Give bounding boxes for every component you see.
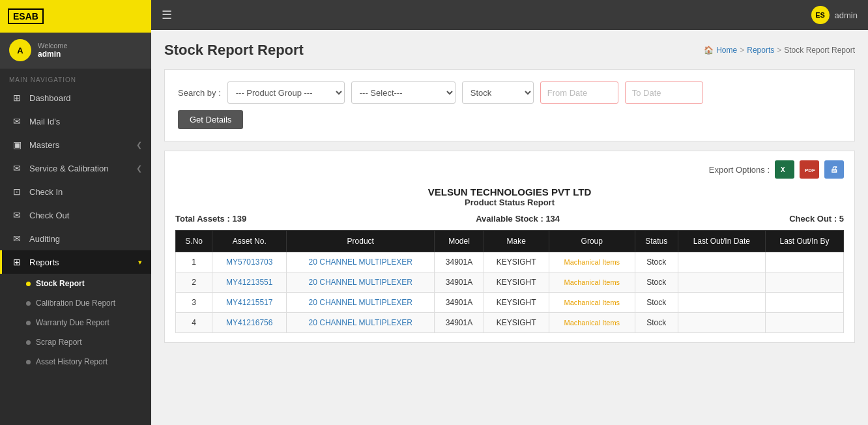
col-group: Group bbox=[549, 231, 635, 252]
sidebar-item-mailids[interactable]: ✉ Mail Id's bbox=[0, 110, 151, 133]
sidebar-item-masters[interactable]: ▣ Masters ❮ bbox=[0, 133, 151, 156]
table-row: 3 MY41215517 20 CHANNEL MULTIPLEXER 3490… bbox=[176, 293, 844, 313]
search-panel: Search by : --- Product Group --- --- Se… bbox=[164, 69, 855, 141]
sub-item-warranty-due[interactable]: Warranty Due Report bbox=[0, 313, 151, 332]
masters-icon: ▣ bbox=[11, 139, 23, 150]
sub-item-scrap-report[interactable]: Scrap Report bbox=[0, 332, 151, 352]
cell-last-by bbox=[766, 293, 844, 313]
sidebar-item-dashboard[interactable]: ⊞ Dashboard bbox=[0, 86, 151, 110]
checkout-label: Check Out : bbox=[789, 214, 839, 224]
breadcrumb-home[interactable]: Home bbox=[716, 46, 737, 55]
sidebar-item-label: Check Out bbox=[29, 211, 69, 220]
cell-asset-no[interactable]: MY41213551 bbox=[212, 272, 287, 293]
chevron-down-icon: ▾ bbox=[138, 258, 142, 267]
checkout-summary: Check Out : 5 bbox=[789, 214, 844, 224]
total-assets-label: Total Assets : bbox=[175, 214, 232, 224]
total-assets-summary: Total Assets : 139 bbox=[175, 214, 246, 224]
cell-last-date bbox=[678, 272, 765, 293]
svg-text:PDF: PDF bbox=[805, 168, 815, 173]
sidebar-item-checkin[interactable]: ⊡ Check In bbox=[0, 180, 151, 203]
col-last-by: Last Out/In By bbox=[766, 231, 844, 252]
cell-make: KEYSIGHT bbox=[484, 252, 549, 272]
cell-asset-no[interactable]: MY41215517 bbox=[212, 293, 287, 313]
stock-select[interactable]: Stock bbox=[462, 81, 534, 104]
cell-group[interactable]: Machanical Items bbox=[549, 252, 635, 272]
summary-row: Total Assets : 139 Available Stock : 134… bbox=[175, 214, 844, 224]
cell-product[interactable]: 20 CHANNEL MULTIPLEXER bbox=[287, 272, 435, 293]
cell-sno: 3 bbox=[176, 293, 212, 313]
get-details-button[interactable]: Get Details bbox=[178, 110, 243, 129]
sidebar-item-label: Reports bbox=[29, 257, 59, 267]
export-excel-button[interactable]: X bbox=[775, 160, 794, 179]
from-date-input[interactable] bbox=[540, 81, 618, 104]
sub-item-label: Scrap Report bbox=[36, 338, 82, 347]
company-header: VELSUN TECHNOLOGIES PVT LTD Product Stat… bbox=[175, 186, 844, 207]
sidebar-item-reports[interactable]: ⊞ Reports ▾ bbox=[0, 250, 151, 274]
cell-make: KEYSIGHT bbox=[484, 313, 549, 333]
cell-product[interactable]: 20 CHANNEL MULTIPLEXER bbox=[287, 293, 435, 313]
cell-status: Stock bbox=[635, 252, 678, 272]
page-title: Stock Report Report bbox=[164, 42, 304, 59]
cell-group[interactable]: Machanical Items bbox=[549, 272, 635, 293]
cell-last-by bbox=[766, 272, 844, 293]
sub-item-stock-report[interactable]: Stock Report bbox=[0, 274, 151, 293]
sidebar-item-label: Check In bbox=[29, 187, 63, 197]
total-assets-value: 139 bbox=[232, 214, 246, 224]
sub-item-label: Stock Report bbox=[36, 279, 85, 288]
sidebar-item-label: Service & Calibration bbox=[29, 164, 108, 173]
checkout-value: 5 bbox=[839, 214, 844, 224]
sub-item-label: Calibration Due Report bbox=[36, 299, 115, 308]
col-product: Product bbox=[287, 231, 435, 252]
admin-avatar: ES bbox=[811, 6, 830, 24]
avatar: A bbox=[9, 39, 31, 61]
breadcrumb-reports[interactable]: Reports bbox=[747, 46, 774, 55]
cell-status: Stock bbox=[635, 272, 678, 293]
product-group-select[interactable]: --- Product Group --- bbox=[227, 81, 345, 104]
cell-asset-no[interactable]: MY41216756 bbox=[212, 313, 287, 333]
cell-product[interactable]: 20 CHANNEL MULTIPLEXER bbox=[287, 313, 435, 333]
breadcrumb: 🏠 Home > Reports > Stock Report Report bbox=[704, 46, 855, 55]
checkin-icon: ⊡ bbox=[11, 186, 23, 197]
dot-icon bbox=[26, 301, 31, 306]
search-row: Search by : --- Product Group --- --- Se… bbox=[178, 81, 841, 104]
dot-icon bbox=[26, 360, 31, 364]
sidebar-item-checkout[interactable]: ✉ Check Out bbox=[0, 203, 151, 227]
admin-name: admin bbox=[835, 10, 858, 20]
sidebar-user: A Welcome admin bbox=[0, 33, 151, 68]
sub-item-label: Asset History Report bbox=[36, 357, 108, 366]
select-dropdown[interactable]: --- Select--- bbox=[351, 81, 456, 104]
cell-sno: 2 bbox=[176, 272, 212, 293]
sub-item-asset-history[interactable]: Asset History Report bbox=[0, 352, 151, 372]
sidebar: ESAB A Welcome admin MAIN NAVIGATION ⊞ D… bbox=[0, 0, 151, 425]
user-info: Welcome admin bbox=[38, 42, 68, 59]
report-subtitle: Product Status Report bbox=[175, 198, 844, 207]
service-icon: ✉ bbox=[11, 163, 23, 173]
svg-text:X: X bbox=[781, 166, 785, 173]
available-stock-value: 134 bbox=[545, 214, 560, 224]
dot-icon bbox=[26, 340, 31, 345]
col-make: Make bbox=[484, 231, 549, 252]
chevron-icon: ❮ bbox=[136, 141, 142, 149]
cell-product[interactable]: 20 CHANNEL MULTIPLEXER bbox=[287, 252, 435, 272]
table-row: 2 MY41213551 20 CHANNEL MULTIPLEXER 3490… bbox=[176, 272, 844, 293]
cell-model: 34901A bbox=[435, 313, 484, 333]
print-button[interactable]: 🖨 bbox=[824, 160, 844, 179]
cell-last-by bbox=[766, 313, 844, 333]
cell-group[interactable]: Machanical Items bbox=[549, 313, 635, 333]
cell-group[interactable]: Machanical Items bbox=[549, 293, 635, 313]
sub-item-calibration-due[interactable]: Calibration Due Report bbox=[0, 293, 151, 313]
to-date-input[interactable] bbox=[625, 81, 703, 104]
export-pdf-button[interactable]: PDF bbox=[800, 160, 819, 179]
sidebar-item-service[interactable]: ✉ Service & Calibration ❮ bbox=[0, 156, 151, 180]
cell-asset-no[interactable]: MY57013703 bbox=[212, 252, 287, 272]
sidebar-item-label: Mail Id's bbox=[29, 117, 60, 126]
sidebar-item-auditing[interactable]: ✉ Auditing bbox=[0, 227, 151, 250]
hamburger-icon[interactable]: ☰ bbox=[162, 8, 172, 22]
col-status: Status bbox=[635, 231, 678, 252]
home-icon: 🏠 bbox=[704, 46, 714, 55]
username: admin bbox=[38, 50, 68, 59]
logo: ESAB bbox=[8, 8, 44, 24]
cell-last-by bbox=[766, 252, 844, 272]
available-stock-label: Available Stock : bbox=[476, 214, 545, 224]
table-row: 1 MY57013703 20 CHANNEL MULTIPLEXER 3490… bbox=[176, 252, 844, 272]
